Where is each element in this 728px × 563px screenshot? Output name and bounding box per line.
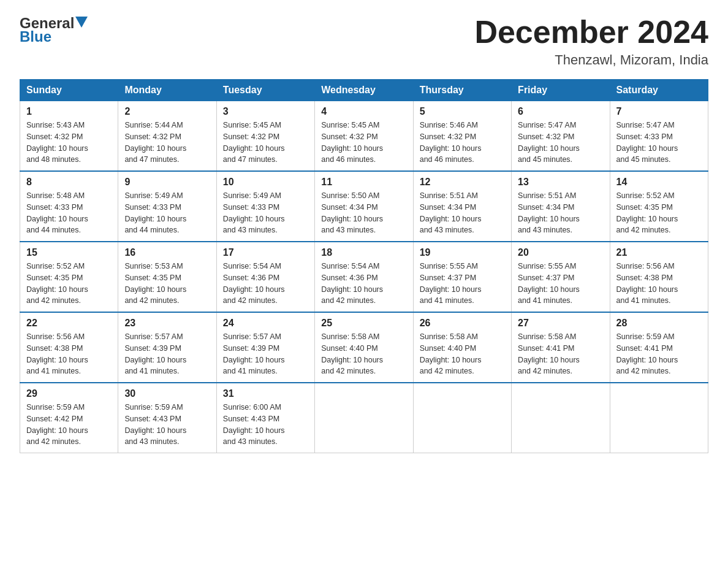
day-info: Sunrise: 5:59 AMSunset: 4:42 PMDaylight:… <box>26 403 88 446</box>
table-cell: 28 Sunrise: 5:59 AMSunset: 4:41 PMDaylig… <box>610 312 708 383</box>
day-number: 29 <box>26 388 112 399</box>
day-number: 14 <box>616 177 702 188</box>
table-cell: 2 Sunrise: 5:44 AMSunset: 4:32 PMDayligh… <box>118 101 216 172</box>
calendar-week-row: 29 Sunrise: 5:59 AMSunset: 4:42 PMDaylig… <box>20 383 708 453</box>
col-sunday: Sunday <box>20 80 118 101</box>
day-info: Sunrise: 5:58 AMSunset: 4:40 PMDaylight:… <box>420 332 482 375</box>
page-header: General Blue December 2024 Thenzawl, Miz… <box>20 15 708 68</box>
day-info: Sunrise: 5:45 AMSunset: 4:32 PMDaylight:… <box>321 121 383 164</box>
table-cell: 30 Sunrise: 5:59 AMSunset: 4:43 PMDaylig… <box>118 383 216 453</box>
day-info: Sunrise: 5:55 AMSunset: 4:37 PMDaylight:… <box>518 262 580 305</box>
calendar-table: Sunday Monday Tuesday Wednesday Thursday… <box>20 79 708 453</box>
day-info: Sunrise: 5:59 AMSunset: 4:41 PMDaylight:… <box>616 332 678 375</box>
day-number: 11 <box>321 177 406 188</box>
day-number: 3 <box>223 106 308 117</box>
day-number: 30 <box>124 388 210 399</box>
day-number: 23 <box>124 318 210 329</box>
day-number: 12 <box>420 177 505 188</box>
day-number: 18 <box>321 247 406 258</box>
table-cell: 1 Sunrise: 5:43 AMSunset: 4:32 PMDayligh… <box>20 101 118 172</box>
table-cell <box>413 383 511 453</box>
day-info: Sunrise: 5:48 AMSunset: 4:33 PMDaylight:… <box>26 191 88 234</box>
table-cell: 22 Sunrise: 5:56 AMSunset: 4:38 PMDaylig… <box>20 312 118 383</box>
day-info: Sunrise: 5:44 AMSunset: 4:32 PMDaylight:… <box>124 121 186 164</box>
day-number: 2 <box>124 106 210 117</box>
day-info: Sunrise: 5:52 AMSunset: 4:35 PMDaylight:… <box>616 191 678 234</box>
day-info: Sunrise: 5:49 AMSunset: 4:33 PMDaylight:… <box>223 191 285 234</box>
table-cell: 12 Sunrise: 5:51 AMSunset: 4:34 PMDaylig… <box>413 171 511 242</box>
col-saturday: Saturday <box>610 80 708 101</box>
table-cell: 9 Sunrise: 5:49 AMSunset: 4:33 PMDayligh… <box>118 171 216 242</box>
table-cell: 8 Sunrise: 5:48 AMSunset: 4:33 PMDayligh… <box>20 171 118 242</box>
day-info: Sunrise: 5:46 AMSunset: 4:32 PMDaylight:… <box>420 121 482 164</box>
day-info: Sunrise: 5:58 AMSunset: 4:40 PMDaylight:… <box>321 332 383 375</box>
table-cell: 11 Sunrise: 5:50 AMSunset: 4:34 PMDaylig… <box>315 171 413 242</box>
calendar-week-row: 22 Sunrise: 5:56 AMSunset: 4:38 PMDaylig… <box>20 312 708 383</box>
day-number: 4 <box>321 106 406 117</box>
table-cell: 17 Sunrise: 5:54 AMSunset: 4:36 PMDaylig… <box>216 242 314 312</box>
day-number: 21 <box>616 247 702 258</box>
table-cell: 4 Sunrise: 5:45 AMSunset: 4:32 PMDayligh… <box>315 101 413 172</box>
month-title: December 2024 <box>474 15 708 50</box>
day-info: Sunrise: 5:51 AMSunset: 4:34 PMDaylight:… <box>518 191 580 234</box>
table-cell: 27 Sunrise: 5:58 AMSunset: 4:41 PMDaylig… <box>512 312 610 383</box>
day-number: 8 <box>26 177 112 188</box>
calendar-week-row: 8 Sunrise: 5:48 AMSunset: 4:33 PMDayligh… <box>20 171 708 242</box>
table-cell: 29 Sunrise: 5:59 AMSunset: 4:42 PMDaylig… <box>20 383 118 453</box>
table-cell: 3 Sunrise: 5:45 AMSunset: 4:32 PMDayligh… <box>216 101 314 172</box>
location-title: Thenzawl, Mizoram, India <box>474 52 708 68</box>
day-number: 26 <box>420 318 505 329</box>
calendar-week-row: 15 Sunrise: 5:52 AMSunset: 4:35 PMDaylig… <box>20 242 708 312</box>
logo: General Blue <box>20 15 88 45</box>
day-number: 25 <box>321 318 406 329</box>
col-thursday: Thursday <box>413 80 511 101</box>
day-number: 27 <box>518 318 603 329</box>
table-cell: 13 Sunrise: 5:51 AMSunset: 4:34 PMDaylig… <box>512 171 610 242</box>
col-friday: Friday <box>512 80 610 101</box>
day-info: Sunrise: 5:47 AMSunset: 4:32 PMDaylight:… <box>518 121 580 164</box>
day-info: Sunrise: 5:53 AMSunset: 4:35 PMDaylight:… <box>124 262 186 305</box>
table-cell <box>512 383 610 453</box>
day-number: 10 <box>223 177 308 188</box>
table-cell: 25 Sunrise: 5:58 AMSunset: 4:40 PMDaylig… <box>315 312 413 383</box>
col-monday: Monday <box>118 80 216 101</box>
table-cell: 21 Sunrise: 5:56 AMSunset: 4:38 PMDaylig… <box>610 242 708 312</box>
table-cell: 15 Sunrise: 5:52 AMSunset: 4:35 PMDaylig… <box>20 242 118 312</box>
day-info: Sunrise: 5:50 AMSunset: 4:34 PMDaylight:… <box>321 191 383 234</box>
table-cell: 23 Sunrise: 5:57 AMSunset: 4:39 PMDaylig… <box>118 312 216 383</box>
day-number: 22 <box>26 318 112 329</box>
day-info: Sunrise: 5:49 AMSunset: 4:33 PMDaylight:… <box>124 191 186 234</box>
table-cell: 10 Sunrise: 5:49 AMSunset: 4:33 PMDaylig… <box>216 171 314 242</box>
table-cell: 16 Sunrise: 5:53 AMSunset: 4:35 PMDaylig… <box>118 242 216 312</box>
calendar-week-row: 1 Sunrise: 5:43 AMSunset: 4:32 PMDayligh… <box>20 101 708 172</box>
day-info: Sunrise: 5:52 AMSunset: 4:35 PMDaylight:… <box>26 262 88 305</box>
day-number: 5 <box>420 106 505 117</box>
logo-blue-text: Blue <box>20 28 51 45</box>
day-info: Sunrise: 5:45 AMSunset: 4:32 PMDaylight:… <box>223 121 285 164</box>
day-info: Sunrise: 5:56 AMSunset: 4:38 PMDaylight:… <box>26 332 88 375</box>
day-number: 20 <box>518 247 603 258</box>
day-number: 31 <box>223 388 308 399</box>
day-number: 24 <box>223 318 308 329</box>
table-cell: 20 Sunrise: 5:55 AMSunset: 4:37 PMDaylig… <box>512 242 610 312</box>
day-info: Sunrise: 5:57 AMSunset: 4:39 PMDaylight:… <box>223 332 285 375</box>
day-info: Sunrise: 5:55 AMSunset: 4:37 PMDaylight:… <box>420 262 482 305</box>
day-number: 17 <box>223 247 308 258</box>
day-number: 6 <box>518 106 603 117</box>
day-number: 19 <box>420 247 505 258</box>
table-cell: 7 Sunrise: 5:47 AMSunset: 4:33 PMDayligh… <box>610 101 708 172</box>
day-info: Sunrise: 5:51 AMSunset: 4:34 PMDaylight:… <box>420 191 482 234</box>
day-info: Sunrise: 5:47 AMSunset: 4:33 PMDaylight:… <box>616 121 678 164</box>
table-cell <box>610 383 708 453</box>
table-cell: 5 Sunrise: 5:46 AMSunset: 4:32 PMDayligh… <box>413 101 511 172</box>
table-cell: 26 Sunrise: 5:58 AMSunset: 4:40 PMDaylig… <box>413 312 511 383</box>
title-block: December 2024 Thenzawl, Mizoram, India <box>474 15 708 68</box>
table-cell: 19 Sunrise: 5:55 AMSunset: 4:37 PMDaylig… <box>413 242 511 312</box>
day-number: 15 <box>26 247 112 258</box>
col-tuesday: Tuesday <box>216 80 314 101</box>
col-wednesday: Wednesday <box>315 80 413 101</box>
day-info: Sunrise: 5:43 AMSunset: 4:32 PMDaylight:… <box>26 121 88 164</box>
logo-arrow-icon <box>75 17 88 30</box>
calendar-header-row: Sunday Monday Tuesday Wednesday Thursday… <box>20 80 708 101</box>
table-cell: 31 Sunrise: 6:00 AMSunset: 4:43 PMDaylig… <box>216 383 314 453</box>
